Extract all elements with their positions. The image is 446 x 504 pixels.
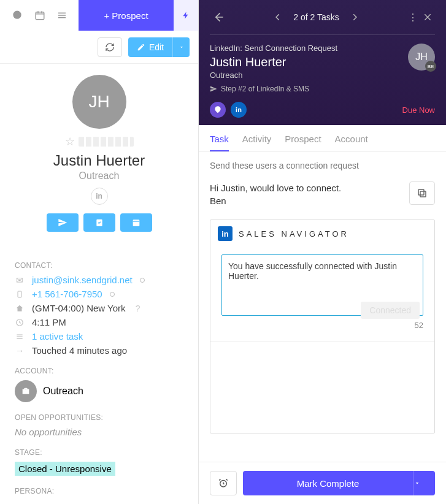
owner-badge: BE bbox=[425, 61, 436, 72]
copy-button[interactable] bbox=[409, 181, 435, 205]
close-icon[interactable] bbox=[420, 10, 435, 25]
prev-task-icon[interactable] bbox=[271, 10, 285, 24]
linkedin-icon[interactable]: in bbox=[91, 188, 108, 205]
task-body: Send these users a connection request Hi… bbox=[199, 152, 446, 462]
persona-label: PERSONA: bbox=[15, 487, 183, 495]
outreach-chip-icon[interactable] bbox=[210, 102, 226, 118]
task-type: LinkedIn: Send Connection Request bbox=[210, 44, 401, 53]
tab-task[interactable]: Task bbox=[210, 134, 229, 151]
mark-complete-button[interactable]: Mark Complete bbox=[243, 471, 413, 495]
snooze-button[interactable] bbox=[210, 471, 237, 495]
tab-prospect[interactable]: Prospect bbox=[285, 134, 321, 151]
tab-activity[interactable]: Activity bbox=[242, 134, 272, 151]
svg-rect-6 bbox=[420, 191, 426, 197]
task-counter: 2 of 2 Tasks bbox=[293, 12, 339, 22]
svg-rect-4 bbox=[18, 291, 21, 297]
task-instruction: Send these users a connection request bbox=[210, 161, 435, 170]
task-step: Step #2 of LinkedIn & SMS bbox=[210, 85, 401, 93]
svg-rect-3 bbox=[133, 220, 139, 226]
task-person: Justin Huerter bbox=[210, 55, 401, 69]
add-prospect-button[interactable]: + Prospect bbox=[79, 0, 174, 31]
stage-label: STAGE: bbox=[15, 448, 183, 457]
mark-complete-dropdown[interactable] bbox=[413, 471, 435, 495]
email-icon: ✉ bbox=[15, 275, 25, 285]
briefcase-icon bbox=[15, 380, 37, 402]
left-panel: + Prospect Edit JH ☆ Justin Huerter Outr… bbox=[0, 0, 199, 504]
linkedin-logo-icon: in bbox=[218, 226, 233, 241]
details-section: CONTACT: ✉justin@sink.sendgrid.net +1 56… bbox=[0, 250, 198, 500]
tabs: Task Activity Prospect Account bbox=[199, 125, 446, 152]
email-link[interactable]: justin@sink.sendgrid.net bbox=[32, 275, 133, 285]
home-icon bbox=[15, 304, 25, 313]
sales-navigator-panel: in SALES NAVIGATOR 52 Connected bbox=[210, 220, 435, 433]
phone-link[interactable]: +1 561-706-7950 bbox=[32, 289, 102, 299]
task-avatar: JH BE bbox=[408, 44, 435, 71]
svg-rect-1 bbox=[36, 12, 44, 20]
topbar: + Prospect bbox=[0, 0, 198, 31]
linkedin-chip-icon[interactable]: in bbox=[231, 102, 247, 118]
sales-navigator-title: SALES NAVIGATOR bbox=[239, 229, 349, 239]
opps-label: OPEN OPPORTUNITIES: bbox=[15, 413, 183, 422]
svg-point-0 bbox=[13, 11, 21, 19]
task-header: 2 of 2 Tasks ⋮ LinkedIn: Send Connection… bbox=[199, 0, 446, 125]
refresh-button[interactable] bbox=[98, 37, 122, 57]
avatar: JH bbox=[72, 75, 126, 129]
phone-icon bbox=[15, 289, 25, 299]
prospect-name: Justin Huerter bbox=[15, 152, 183, 169]
subbar: Edit bbox=[0, 31, 198, 64]
task-list-icon bbox=[15, 332, 25, 341]
task-company: Outreach bbox=[210, 71, 401, 80]
status-dot bbox=[140, 278, 145, 283]
svg-rect-7 bbox=[418, 189, 424, 195]
message-text: Hi Justin, would love to connect. Ben bbox=[210, 181, 402, 207]
char-count: 52 bbox=[221, 321, 423, 330]
more-icon[interactable]: ⋮ bbox=[406, 9, 420, 26]
contact-label: CONTACT: bbox=[15, 261, 183, 270]
send-button[interactable] bbox=[47, 213, 79, 232]
task-footer: Mark Complete bbox=[199, 462, 446, 504]
edit-button[interactable]: Edit bbox=[128, 37, 172, 57]
arrow-icon: → bbox=[15, 346, 25, 356]
edit-dropdown-button[interactable] bbox=[172, 37, 190, 57]
due-status: Due Now bbox=[402, 105, 435, 115]
tasks-link[interactable]: 1 active task bbox=[32, 331, 83, 342]
timezone-text: (GMT-04:00) New York bbox=[32, 303, 126, 313]
bolt-icon[interactable] bbox=[174, 0, 198, 31]
chat-icon[interactable] bbox=[11, 9, 23, 21]
stage-value[interactable]: Closed - Unresponsive bbox=[15, 462, 115, 476]
prospect-company: Outreach bbox=[15, 170, 183, 181]
status-dot bbox=[110, 292, 115, 297]
connected-badge: Connected bbox=[361, 302, 420, 319]
right-panel: 2 of 2 Tasks ⋮ LinkedIn: Send Connection… bbox=[199, 0, 446, 504]
next-task-icon[interactable] bbox=[348, 10, 361, 24]
schedule-button[interactable] bbox=[120, 213, 152, 232]
star-icon[interactable]: ☆ bbox=[65, 135, 75, 148]
task-button[interactable] bbox=[83, 213, 115, 232]
tab-account[interactable]: Account bbox=[335, 134, 368, 151]
no-opps-text: No opportunities bbox=[15, 427, 183, 437]
calendar-icon[interactable] bbox=[34, 10, 45, 21]
back-icon[interactable] bbox=[210, 9, 227, 26]
profile-section: JH ☆ Justin Huerter Outreach in bbox=[0, 64, 198, 250]
touched-text: Touched 4 minutes ago bbox=[32, 345, 127, 356]
account-label: ACCOUNT: bbox=[15, 367, 183, 375]
clock-icon bbox=[15, 318, 25, 327]
time-text: 4:11 PM bbox=[32, 317, 66, 327]
placeholder-bar bbox=[79, 137, 134, 147]
account-name[interactable]: Outreach bbox=[43, 386, 83, 397]
tasks-icon[interactable] bbox=[56, 10, 67, 21]
